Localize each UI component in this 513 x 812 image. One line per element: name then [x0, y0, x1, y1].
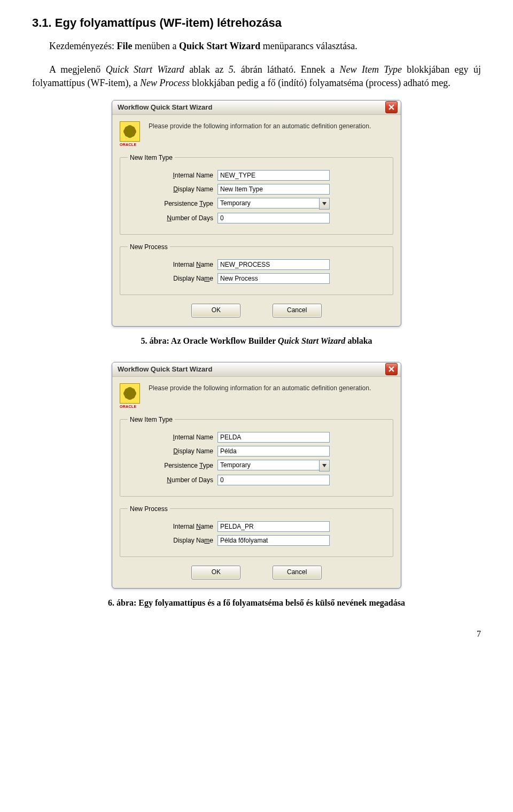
- label-number-of-days: Number of Days: [128, 214, 213, 222]
- combo-persistence-type[interactable]: [217, 460, 319, 470]
- paragraph-2: A megjelenő Quick Start Wizard ablak az …: [32, 63, 481, 89]
- legend-new-item-type: New Item Type: [128, 416, 175, 423]
- text-italic: Quick Start Wizard: [278, 336, 345, 345]
- dialog-titlebar: Workflow Quick Start Wizard: [112, 100, 401, 115]
- text: 5. ábra: Az Oracle Workflow Builder: [141, 336, 278, 345]
- page-number: 7: [32, 629, 481, 639]
- input-item-internal-name[interactable]: [217, 170, 330, 181]
- text-bold: Quick Start Wizard: [179, 41, 260, 51]
- section-heading: 3.1. Egy folyamattípus (WF-item) létreho…: [32, 16, 481, 30]
- label-persistence-type: Persistence Type: [128, 200, 213, 207]
- close-icon: [388, 104, 394, 110]
- text-bold: File: [116, 41, 132, 51]
- cancel-button[interactable]: Cancel: [273, 566, 322, 579]
- group-new-process: New Process Internal Name Display Name: [120, 243, 393, 295]
- text: Kezdeményezés:: [49, 41, 116, 51]
- ok-button[interactable]: OK: [191, 566, 240, 579]
- label-internal-name: Internal Name: [128, 172, 213, 179]
- figure-5-caption: 5. ábra: Az Oracle Workflow Builder Quic…: [32, 336, 481, 346]
- text-italic: New Item Type: [340, 64, 402, 75]
- text: ablaka: [345, 336, 372, 345]
- label-process-internal-name: Internal Name: [128, 523, 213, 530]
- combo-persistence-type[interactable]: [217, 198, 319, 208]
- text: ábrán látható. Ennek a: [236, 64, 339, 75]
- wizard-gear-icon: [120, 383, 140, 404]
- combo-dropdown-button[interactable]: [319, 198, 330, 210]
- text-italic: New Process: [140, 78, 190, 88]
- group-new-item-type: New Item Type Internal Name Display Name…: [120, 416, 393, 497]
- wizard-gear-icon: [120, 121, 140, 142]
- input-item-internal-name[interactable]: [217, 432, 330, 443]
- text: blokkjában pedig a fő (indító) folyamats…: [190, 78, 450, 88]
- legend-new-process: New Process: [128, 505, 170, 513]
- input-item-display-name[interactable]: [217, 446, 330, 457]
- dialog-quick-start-wizard-2: Workflow Quick Start Wizard ORACLE Pleas…: [112, 362, 401, 589]
- combo-dropdown-button[interactable]: [319, 460, 330, 471]
- label-internal-name: Internal Name: [128, 434, 213, 441]
- group-new-process: New Process Internal Name Display Name: [120, 505, 393, 557]
- close-icon: [388, 366, 394, 372]
- dialog-titlebar: Workflow Quick Start Wizard: [112, 362, 401, 377]
- text: ablak az: [184, 64, 229, 75]
- input-item-display-name[interactable]: [217, 184, 330, 195]
- ok-button[interactable]: OK: [191, 304, 240, 318]
- label-display-name: Display Name: [128, 447, 213, 455]
- dialog-quick-start-wizard-1: Workflow Quick Start Wizard ORACLE Pleas…: [112, 100, 401, 327]
- label-process-display-name: Display Name: [128, 275, 213, 282]
- oracle-label: ORACLE: [120, 143, 149, 146]
- label-number-of-days: Number of Days: [128, 476, 213, 484]
- text: menüparancs választása.: [260, 41, 357, 51]
- label-persistence-type: Persistence Type: [128, 462, 213, 469]
- text: menüben a: [132, 41, 178, 51]
- input-process-display-name[interactable]: [217, 273, 330, 284]
- legend-new-item-type: New Item Type: [128, 154, 175, 161]
- text: A megjelenő: [49, 64, 106, 75]
- close-button[interactable]: [385, 363, 398, 375]
- figure-6-caption: 6. ábra: Egy folyamattípus és a fő folya…: [32, 598, 481, 608]
- legend-new-process: New Process: [128, 243, 170, 251]
- input-number-of-days[interactable]: [217, 213, 330, 223]
- paragraph-1: Kezdeményezés: File menüben a Quick Star…: [32, 40, 481, 52]
- input-process-internal-name[interactable]: [217, 521, 330, 532]
- group-new-item-type: New Item Type Internal Name Display Name…: [120, 154, 393, 235]
- dialog-intro-text: Please provide the following information…: [149, 121, 371, 131]
- oracle-label: ORACLE: [120, 405, 149, 408]
- dialog-title: Workflow Quick Start Wizard: [115, 365, 385, 373]
- input-number-of-days[interactable]: [217, 475, 330, 485]
- dialog-title: Workflow Quick Start Wizard: [115, 103, 385, 111]
- label-display-name: Display Name: [128, 185, 213, 193]
- label-process-internal-name: Internal Name: [128, 261, 213, 268]
- chevron-down-icon: [322, 202, 327, 205]
- chevron-down-icon: [322, 464, 327, 467]
- text-italic: Quick Start Wizard: [106, 64, 184, 75]
- input-process-display-name[interactable]: [217, 535, 330, 546]
- dialog-intro-text: Please provide the following information…: [149, 383, 371, 393]
- input-process-internal-name[interactable]: [217, 259, 330, 270]
- label-process-display-name: Display Name: [128, 537, 213, 544]
- close-button[interactable]: [385, 101, 398, 113]
- text-italic: 5.: [229, 64, 236, 75]
- cancel-button[interactable]: Cancel: [273, 304, 322, 318]
